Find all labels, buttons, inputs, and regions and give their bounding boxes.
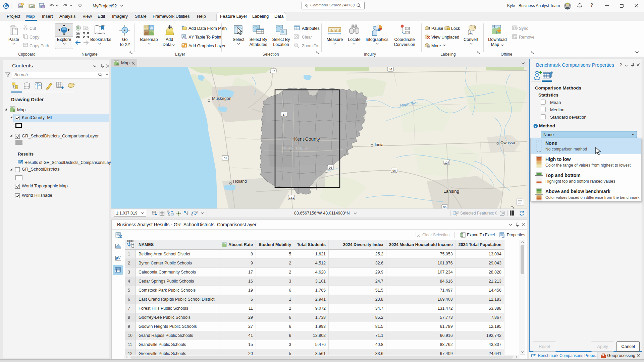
svg-text:96: 96 (392, 169, 396, 172)
svg-text:XY: XY (182, 35, 186, 38)
svg-text:37: 37 (272, 69, 275, 73)
svg-text:31: 31 (224, 157, 227, 160)
svg-text:Muskegon: Muskegon (212, 96, 231, 101)
svg-text:Lansing: Lansing (443, 189, 459, 194)
svg-text:A: A (469, 31, 472, 35)
svg-text:96: 96 (443, 205, 446, 209)
svg-text:Grand Rapids: Grand Rapids (282, 146, 308, 150)
svg-text:127: 127 (444, 161, 449, 164)
svg-text:37: 37 (282, 113, 286, 116)
svg-text:46: 46 (389, 68, 392, 71)
svg-text:Ionia: Ionia (375, 142, 383, 147)
svg-text:N: N (184, 210, 186, 214)
svg-text:Kent County: Kent County (294, 136, 320, 142)
svg-text:96: 96 (329, 166, 332, 169)
svg-text:Owosso: Owosso (500, 140, 515, 145)
svg-text:Holland: Holland (233, 179, 247, 184)
svg-text:131: 131 (289, 196, 294, 199)
